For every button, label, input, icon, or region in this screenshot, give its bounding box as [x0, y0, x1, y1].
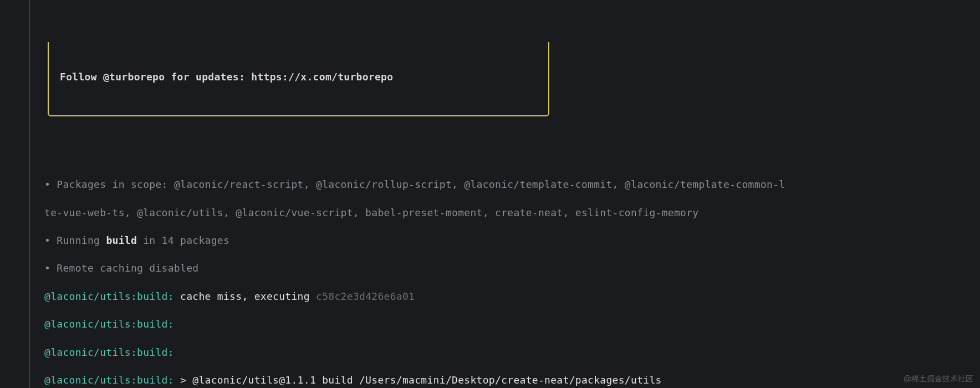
log-content: • Packages in scope: @laconic/react-scri… [4, 164, 980, 388]
remote-caching-line: • Remote caching disabled [44, 261, 980, 275]
scope-line-1: • Packages in scope: @laconic/react-scri… [44, 177, 980, 191]
editor-gutter-border [29, 0, 30, 388]
utils-blank-1: @laconic/utils:build: [44, 317, 980, 331]
utils-cache-miss: @laconic/utils:build: cache miss, execut… [44, 289, 980, 303]
banner-box: Follow @turborepo for updates: https://x… [48, 42, 549, 116]
utils-blank-2: @laconic/utils:build: [44, 345, 980, 359]
scope-line-2: te-vue-web-ts, @laconic/utils, @laconic/… [44, 206, 980, 219]
running-line: • Running build in 14 packages [44, 233, 980, 247]
watermark: @稀土掘金技术社区 [904, 374, 973, 385]
banner-text: Follow @turborepo for updates: https://x… [49, 70, 548, 84]
terminal-output: Follow @turborepo for updates: https://x… [0, 0, 980, 388]
utils-cmd-1: @laconic/utils:build: > @laconic/utils@1… [44, 373, 980, 387]
